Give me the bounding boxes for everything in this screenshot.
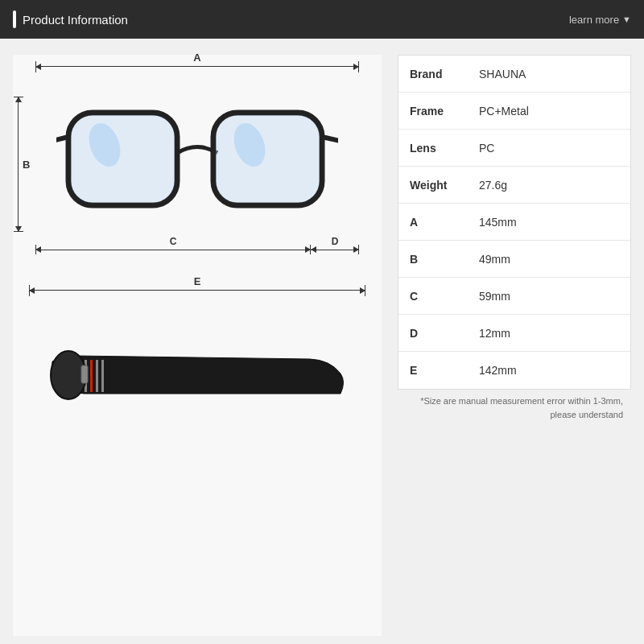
- spec-row: B49mm: [398, 241, 630, 278]
- spec-row: E142mm: [398, 352, 630, 389]
- spec-value: 142mm: [471, 356, 630, 385]
- spec-value: 59mm: [471, 282, 630, 311]
- spec-value: 12mm: [471, 319, 630, 348]
- learn-more-button[interactable]: learn more ▼: [569, 14, 631, 26]
- glasses-side-svg: [44, 317, 350, 430]
- spec-key: B: [398, 245, 471, 274]
- svg-rect-10: [96, 360, 98, 392]
- spec-value: PC+Metal: [471, 97, 630, 126]
- spec-key: C: [398, 282, 471, 311]
- svg-rect-9: [90, 360, 93, 392]
- svg-rect-11: [101, 360, 104, 392]
- spec-value: 49mm: [471, 245, 630, 274]
- dim-b-container: B: [18, 97, 19, 232]
- spec-value: 27.6g: [471, 171, 630, 200]
- dim-e-label: E: [194, 275, 201, 287]
- bottom-dims-container: C D: [35, 242, 359, 258]
- spec-value: PC: [471, 134, 630, 163]
- spec-key: D: [398, 319, 471, 348]
- spec-row: C59mm: [398, 278, 630, 315]
- front-view: A B: [13, 55, 382, 264]
- diagram-section: A B: [13, 55, 382, 636]
- spec-row: LensPC: [398, 130, 630, 167]
- spec-key: Frame: [398, 97, 471, 126]
- dim-a-arrow: [35, 66, 359, 67]
- svg-rect-13: [81, 365, 88, 383]
- dim-d-arrow: D: [311, 250, 359, 250]
- header-title-wrap: Product Information: [13, 10, 128, 28]
- dim-c-label: C: [170, 236, 177, 247]
- main-content: A B: [0, 39, 644, 644]
- dim-c-arrow: C: [35, 250, 311, 250]
- dim-a-label: A: [193, 52, 200, 64]
- dim-b-label: B: [23, 159, 30, 171]
- learn-more-text: learn more: [569, 14, 619, 26]
- spec-key: Brand: [398, 60, 471, 89]
- info-section: BrandSHAUNAFramePC+MetalLensPCWeight27.6…: [398, 55, 631, 636]
- spec-key: Lens: [398, 134, 471, 163]
- header: Product Information learn more ▼: [0, 0, 644, 39]
- spec-row: A145mm: [398, 204, 630, 241]
- dim-e-arrow: [29, 290, 365, 291]
- dim-d-label: D: [332, 236, 339, 247]
- spec-row: FramePC+Metal: [398, 93, 630, 130]
- spec-key: E: [398, 356, 471, 385]
- spec-row: D12mm: [398, 315, 630, 352]
- learn-more-arrow-icon: ▼: [622, 14, 631, 24]
- dim-b-arrow: [18, 97, 19, 232]
- spec-key: A: [398, 208, 471, 237]
- spec-value: SHAUNA: [471, 60, 630, 89]
- spec-value: 145mm: [471, 208, 630, 237]
- measurement-note: *Size are manual measurement error withi…: [398, 390, 631, 424]
- spec-row: Weight27.6g: [398, 167, 630, 204]
- side-view: E: [13, 280, 382, 441]
- header-bar: [13, 10, 16, 28]
- svg-point-12: [51, 351, 86, 399]
- glasses-front-svg: [56, 97, 338, 246]
- svg-rect-4: [71, 115, 175, 203]
- spec-row: BrandSHAUNA: [398, 56, 630, 93]
- page-title: Product Information: [23, 13, 128, 27]
- dim-a-container: A: [35, 66, 359, 67]
- spec-key: Weight: [398, 171, 471, 200]
- page-wrapper: Product Information learn more ▼ A: [0, 0, 644, 644]
- specs-table: BrandSHAUNAFramePC+MetalLensPCWeight27.6…: [398, 55, 631, 390]
- svg-rect-5: [216, 115, 320, 203]
- dim-e-container: E: [29, 290, 365, 291]
